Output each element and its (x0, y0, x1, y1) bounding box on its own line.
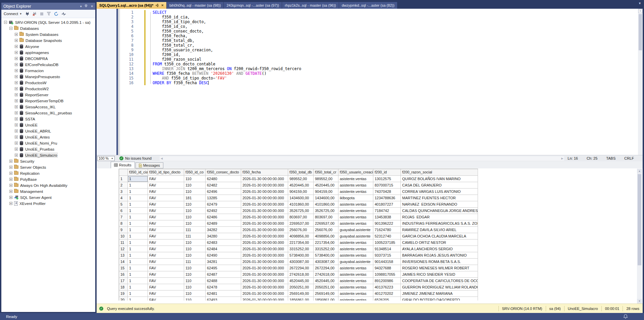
grid-cell[interactable]: 2026-01-30 00:00:00.000 (241, 233, 288, 239)
tree-expander-icon[interactable]: + (15, 117, 18, 120)
grid-cell[interactable]: FAV (148, 195, 184, 201)
grid-cell[interactable]: 1 (128, 259, 148, 265)
grid-cell[interactable]: 803697,00 (314, 214, 338, 220)
grid-cell[interactable]: 2026-01-30 00:00:00.000 (241, 189, 288, 195)
grid-cell[interactable]: FAV (148, 176, 184, 182)
connect-object-icon[interactable] (25, 12, 30, 16)
grid-cell[interactable]: 62481 (206, 290, 241, 297)
grid-cell[interactable]: 1005237185 (373, 239, 401, 246)
grid-cell[interactable]: asistente.ventas (338, 220, 373, 227)
tab-list-chevron-icon[interactable]: ▼ (638, 2, 641, 5)
grid-cell[interactable]: 2269537,00 (314, 220, 338, 227)
grid-cell[interactable]: 1434600,00 (288, 195, 314, 201)
grid-cell[interactable]: 2269537,00 (288, 220, 314, 227)
grid-cell[interactable]: 1 (128, 271, 148, 278)
grid-cell[interactable]: 91348514 (373, 246, 401, 252)
grid-cell[interactable]: 62489 (206, 220, 241, 227)
grid-cell[interactable]: asistente.ventas (338, 265, 373, 271)
grid-cell[interactable]: INVERSIONES ROMA BETA S.A.S. (401, 259, 478, 265)
grid-column-header[interactable]: f350_usuario_creacion (338, 169, 373, 176)
pin-icon[interactable] (156, 4, 159, 7)
grid-cell[interactable]: 1 (128, 189, 148, 195)
grid-cell[interactable]: 34282 (206, 227, 241, 233)
grid-cell[interactable]: 110 (184, 239, 206, 246)
grid-cell[interactable]: 1098817055 (373, 271, 401, 278)
code-line[interactable]: f350_consec_docto, (153, 29, 301, 34)
grid-cell[interactable]: NARVAEZ EDISON FERNANDO (401, 201, 478, 208)
grid-row-number[interactable]: 10 (119, 233, 128, 239)
grid-cell[interactable]: 62482 (206, 182, 241, 189)
tree-expander-icon[interactable]: + (15, 63, 18, 66)
code-line[interactable]: f200_id, (153, 52, 301, 57)
tree-item[interactable]: +EfCorePeliculasDB (1, 61, 95, 67)
tree-expander-icon[interactable]: + (9, 160, 12, 163)
line-ending-indicator[interactable]: CRLF (624, 156, 634, 160)
grid-cell[interactable]: 256076,00 (288, 227, 314, 233)
grid-cell[interactable]: 6526205 (373, 297, 401, 301)
grid-cell[interactable]: 110 (184, 290, 206, 297)
grid-row-number[interactable]: 6 (119, 208, 128, 214)
grid-cell[interactable]: 71624780 (373, 227, 401, 233)
grid-cell[interactable]: 110 (184, 176, 206, 182)
tree-item[interactable]: +UnoEE_Antes (1, 134, 95, 140)
grid-cell[interactable]: 2672294,00 (288, 265, 314, 271)
tree-expander-icon[interactable]: − (4, 21, 7, 24)
grid-cell[interactable]: 93373715 (373, 252, 401, 259)
grid-column-header[interactable]: f350_id_tipo_docto (148, 169, 184, 176)
grid-column-header[interactable]: f200_id (373, 169, 401, 176)
tree-expander-icon[interactable]: + (15, 69, 18, 72)
grid-cell[interactable]: FAV (148, 297, 184, 301)
grid-cell[interactable]: AYALA LANCHEROS SERGIO (401, 246, 478, 252)
grid-cell[interactable]: 110 (184, 246, 206, 252)
grid-cell[interactable]: 62496 (206, 189, 241, 195)
grid-cell[interactable]: 4303087,00 (314, 259, 338, 265)
tree-expander-icon[interactable]: + (15, 81, 18, 84)
document-tab[interactable]: bih0h0hq..sql - master (sa (98)) (167, 2, 223, 9)
code-line[interactable]: WHERE f350_fecha BETWEEN '20260130' AND … (153, 71, 301, 76)
tree-item[interactable]: +appImagenes (1, 49, 95, 55)
grid-cell[interactable]: 989552,00 (314, 176, 338, 182)
grid-cell[interactable]: 1 (128, 227, 148, 233)
grid-cell[interactable]: FAV (148, 227, 184, 233)
grid-cell[interactable]: 2026-01-30 00:00:00.000 (241, 208, 288, 214)
grid-cell[interactable]: 111 (184, 227, 206, 233)
tree-item[interactable]: +Replication (1, 170, 95, 176)
grid-row-number[interactable]: 1 (119, 176, 128, 182)
grid-cell[interactable]: 2026-01-30 00:00:00.000 (241, 252, 288, 259)
grid-cell[interactable]: FAV (148, 189, 184, 195)
activity-monitor-icon[interactable] (61, 12, 66, 16)
code-line[interactable]: f350_total_cr, (153, 43, 301, 48)
grid-cell[interactable]: 3526725,00 (288, 208, 314, 214)
grid-cell[interactable]: INDUSTRIAS FERREAGRICOLAS S.A.S. ZOMAC (401, 220, 478, 227)
grid-cell[interactable]: asistente.ventas (338, 290, 373, 297)
grid-cell[interactable]: FAV (148, 265, 184, 271)
grid-cell[interactable]: 7184742 (373, 208, 401, 214)
grid-cell[interactable]: 401270202 (373, 290, 401, 297)
tree-item[interactable]: +UnoEE_ABRIL (1, 128, 95, 134)
tree-expander-icon[interactable]: + (9, 166, 12, 169)
grid-cell[interactable]: 62490 (206, 252, 241, 259)
code-line[interactable]: f350_id_tipo_docto, (153, 19, 301, 24)
tree-item[interactable]: +ProductosW2 (1, 86, 95, 92)
grid-cell[interactable]: 4098856,00 (288, 233, 314, 239)
grid-cell[interactable]: 4101860,00 (288, 201, 314, 208)
grid-cell[interactable]: 4520445,00 (314, 182, 338, 189)
tree-expander-icon[interactable]: + (9, 172, 12, 175)
grid-cell[interactable]: 62484 (206, 246, 241, 252)
grid-cell[interactable]: 110 (184, 182, 206, 189)
grid-cell[interactable]: 2026-01-30 00:00:00.000 (241, 227, 288, 233)
grid-cell[interactable]: asistente.ventas (338, 189, 373, 195)
grid-cell[interactable]: 2026-01-30 00:00:00.000 (241, 239, 288, 246)
editor-vertical-scrollbar[interactable]: ▲ (638, 9, 643, 155)
grid-cell[interactable]: guayabal.asistente (338, 233, 373, 239)
grid-row-number[interactable]: 13 (119, 252, 128, 259)
grid-cell[interactable]: 4520445,00 (288, 182, 314, 189)
grid-cell[interactable]: 2026-01-30 00:00:00.000 (241, 265, 288, 271)
editor-scroll-thumb[interactable] (639, 14, 642, 50)
tree-item[interactable]: +SQL Server Agent (1, 194, 95, 200)
grid-cell[interactable]: 5738400,00 (288, 252, 314, 259)
grid-cell[interactable]: 62479 (206, 201, 241, 208)
code-line[interactable]: INNER JOIN t200_mm_terceros ON f200_rowi… (153, 66, 301, 71)
close-icon[interactable]: ✕ (91, 5, 93, 8)
grid-cell[interactable]: 34281 (206, 259, 241, 265)
